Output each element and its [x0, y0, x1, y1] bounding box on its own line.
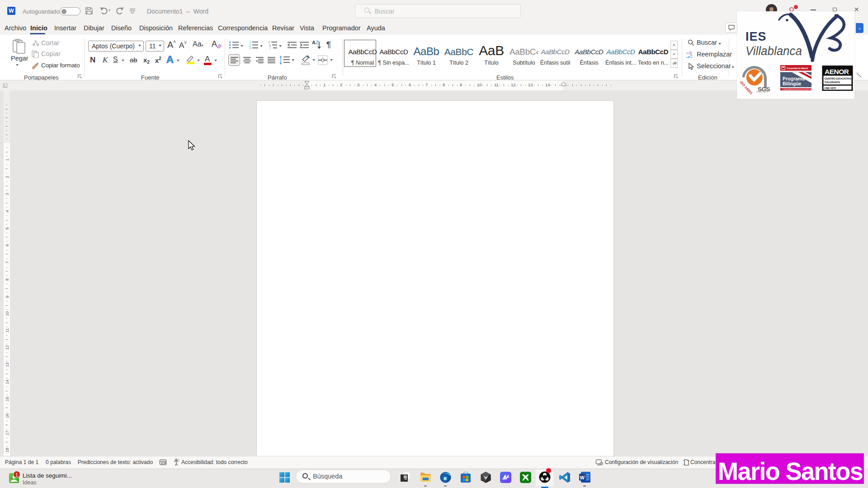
svg-text:3: 3 — [249, 47, 251, 49]
svg-text:W: W — [580, 475, 585, 480]
svg-text:AENOR: AENOR — [825, 68, 849, 75]
svg-text:CONSEJERIA DE EDUCACION E INVE: CONSEJERIA DE EDUCACION E INVESTIGACION — [782, 89, 816, 90]
svg-text:TOLERANTE: TOLERANTE — [825, 81, 840, 84]
svg-text:i: i — [270, 47, 271, 49]
svg-text:CENTRO EDUCATIVO: CENTRO EDUCATIVO — [825, 77, 852, 80]
svg-text:SGS: SGS — [758, 86, 770, 93]
svg-text:UNE 0372: UNE 0372 — [825, 87, 836, 89]
svg-text:c: c — [690, 54, 693, 58]
svg-text:Comunidad de Madrid: Comunidad de Madrid — [787, 67, 808, 70]
svg-text:Bilingüe: Bilingüe — [783, 81, 802, 86]
